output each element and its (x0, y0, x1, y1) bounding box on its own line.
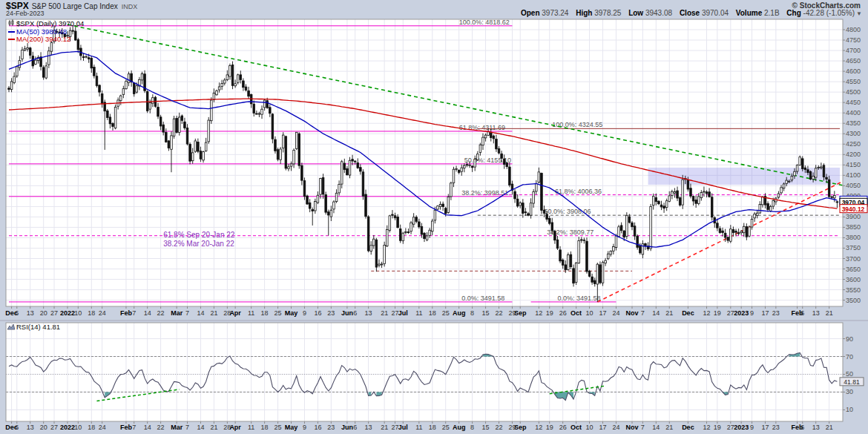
y-tick-label: 4400 (846, 109, 861, 116)
candle-body (211, 100, 213, 121)
candle-body (418, 222, 421, 227)
candle-body (575, 263, 577, 282)
candle-body (421, 226, 423, 234)
candle-body (826, 177, 828, 179)
candle-body (586, 241, 588, 272)
x-tick-label: 12 (703, 424, 711, 431)
candle-body (231, 65, 234, 85)
candle-body (783, 184, 785, 188)
candle-body (503, 159, 505, 164)
candle-body (668, 196, 671, 202)
candle-body (389, 216, 391, 231)
candle-body (272, 114, 274, 139)
fib-level-label: 61.8%: 4006.36 (555, 188, 602, 195)
candle-body (109, 117, 111, 124)
candle-body (556, 240, 559, 248)
x-tick-label: 8 (470, 309, 474, 317)
y-tick-label: 3500 (846, 297, 861, 304)
candle-body (77, 39, 79, 49)
candle-body (703, 191, 706, 192)
x-tick-label: 10 (586, 424, 594, 431)
chart-date: 24-Feb-2023 (6, 10, 45, 17)
candle-body (280, 149, 282, 160)
x-tick-label: 18 (88, 424, 95, 431)
candle-body (298, 134, 300, 165)
x-tick-label: May (285, 424, 298, 431)
candle-body (258, 114, 260, 114)
candle-body (812, 176, 815, 179)
x-tick-label: 21 (381, 424, 388, 431)
candle-body (588, 271, 591, 276)
candle-body (559, 250, 562, 261)
candle-body (570, 254, 572, 266)
candle-body (580, 240, 582, 240)
candle-body (243, 81, 245, 88)
chg-label: Chg (786, 9, 800, 17)
candle-body (487, 132, 490, 136)
x-tick-label: 23 (772, 424, 780, 431)
candle-body (804, 168, 806, 169)
y-tick-label: 4100 (846, 171, 861, 179)
x-tick-label: 13 (365, 309, 372, 317)
annotation-text: 38.2% Mar 20-Jan 22 (163, 240, 234, 248)
candle-body (186, 128, 188, 144)
chevron-down-icon[interactable]: ▼ (856, 10, 862, 17)
candle-body (496, 139, 498, 149)
open-label: Open (521, 9, 540, 17)
x-tick-label: 19 (714, 424, 721, 431)
x-tick-label: 23 (772, 309, 780, 317)
candle-body (777, 194, 780, 197)
x-tick-label: 14 (652, 309, 660, 317)
candle-body (160, 117, 162, 126)
x-tick-label: 21 (665, 424, 673, 431)
y-tick-label: 3600 (846, 276, 861, 283)
candle-body (165, 133, 167, 142)
low-label: Low (628, 9, 643, 17)
candle-body (412, 217, 415, 224)
y-tick-label: 3800 (846, 234, 861, 241)
x-tick-label: 23 (327, 424, 335, 431)
x-tick-label: 17 (599, 309, 607, 317)
x-tick-label: 13 (365, 424, 372, 431)
candle-body (375, 240, 378, 267)
candle-body (327, 212, 329, 215)
candle-body (256, 114, 258, 114)
candle-body (737, 233, 740, 234)
candle-body (730, 229, 732, 241)
candle-body (335, 193, 338, 201)
candle-body (29, 48, 31, 56)
candle-body (189, 145, 191, 162)
candle-body (162, 125, 165, 132)
candle-body (717, 223, 719, 228)
x-tick-label: 7 (132, 309, 136, 317)
x-tick-label: 21 (826, 424, 833, 431)
x-tick-label: 24 (612, 424, 619, 431)
x-tick-label: Jun (341, 309, 353, 317)
candle-body (706, 192, 708, 194)
candle-body (322, 177, 324, 194)
volume-label: Volume (736, 9, 762, 17)
x-tick-label: Mar (171, 309, 183, 317)
x-tick-label: 6 (15, 309, 19, 317)
candle-body (208, 120, 210, 142)
x-tick-label: Sep (514, 309, 527, 317)
legend-ma200-label: MA(200) 3940.12 (16, 35, 70, 43)
candle-body (218, 87, 220, 90)
x-tick-label: 18 (429, 309, 436, 317)
x-tick-label: 6 (15, 424, 19, 431)
candle-body (695, 200, 697, 204)
candle-body (362, 172, 364, 196)
candle-body (309, 203, 311, 208)
x-tick-label: 10 (586, 309, 594, 317)
x-tick-label: 11 (248, 309, 254, 317)
candle-body (157, 107, 160, 116)
candle-body (692, 197, 694, 201)
candle-body (234, 84, 237, 86)
x-tick-label: 7 (185, 309, 189, 317)
candle-body (543, 210, 545, 213)
candle-body (724, 233, 726, 237)
candle-body (85, 56, 88, 57)
open-value: 3973.24 (542, 9, 568, 17)
candle-body (122, 89, 125, 95)
candle-body (458, 171, 460, 173)
